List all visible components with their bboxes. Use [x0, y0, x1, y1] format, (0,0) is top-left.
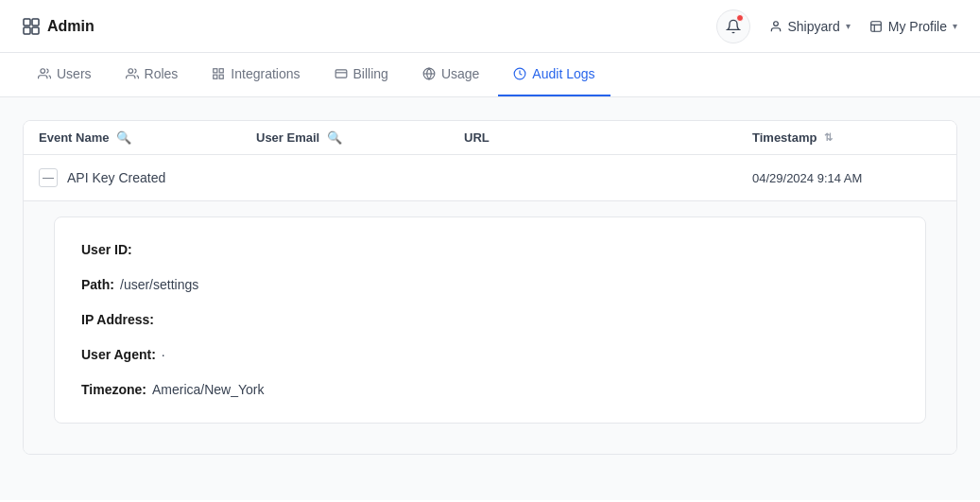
event-name-value: API Key Created — [67, 170, 165, 185]
detail-card: User ID: Path: /user/settings IP Address… — [54, 216, 926, 424]
detail-user-id-row: User ID: — [81, 240, 899, 260]
main-content: Event Name 🔍 User Email 🔍 URL Timestamp … — [0, 97, 980, 500]
svg-rect-0 — [24, 19, 30, 26]
tab-roles[interactable]: Roles — [111, 53, 194, 96]
audit-logs-nav-icon — [513, 67, 526, 80]
shipyard-menu[interactable]: Shipyard ▾ — [769, 19, 851, 34]
svg-rect-10 — [214, 69, 217, 73]
col-event-name-label: Event Name — [39, 130, 109, 145]
tab-users[interactable]: Users — [23, 53, 107, 96]
row-expand-icon[interactable]: — — [39, 168, 58, 187]
header: Admin Shipyard ▾ My Profile ▾ — [0, 0, 980, 53]
col-event-name: Event Name 🔍 — [39, 130, 256, 145]
shipyard-label: Shipyard — [788, 19, 840, 34]
integrations-nav-icon — [212, 67, 225, 80]
tab-billing-label: Billing — [353, 66, 388, 81]
svg-point-4 — [773, 21, 778, 26]
nav-tabs: Users Roles Integrations Billing Usage A… — [0, 53, 980, 97]
timestamp-value: 04/29/2024 9:14 AM — [752, 171, 862, 185]
svg-point-8 — [41, 69, 45, 74]
profile-menu[interactable]: My Profile ▾ — [869, 19, 957, 34]
tab-users-label: Users — [57, 66, 92, 81]
timestamp-sort-icon[interactable]: ⇅ — [824, 131, 833, 144]
table-header: Event Name 🔍 User Email 🔍 URL Timestamp … — [24, 121, 956, 155]
tab-integrations[interactable]: Integrations — [197, 53, 315, 96]
notification-dot — [736, 14, 744, 22]
detail-agent-label: User Agent: — [81, 345, 156, 365]
detail-user-id-label: User ID: — [81, 240, 132, 260]
profile-chevron: ▾ — [953, 21, 957, 31]
shipyard-chevron: ▾ — [846, 21, 851, 31]
profile-label: My Profile — [888, 19, 947, 34]
detail-agent-value: · — [162, 345, 165, 365]
svg-rect-11 — [220, 69, 224, 73]
event-name-cell: — API Key Created — [39, 168, 256, 187]
svg-rect-2 — [24, 27, 30, 34]
detail-path-value: /user/settings — [120, 275, 198, 295]
detail-path-row: Path: /user/settings — [81, 275, 899, 295]
profile-icon — [869, 20, 883, 33]
app-title: Admin — [47, 18, 95, 35]
billing-nav-icon — [335, 67, 348, 80]
expanded-detail-area: User ID: Path: /user/settings IP Address… — [24, 201, 956, 454]
svg-rect-1 — [32, 19, 39, 26]
tab-usage-label: Usage — [441, 66, 479, 81]
tab-audit-logs[interactable]: Audit Logs — [498, 53, 610, 96]
col-url-label: URL — [464, 130, 490, 145]
user-email-search-icon[interactable]: 🔍 — [327, 130, 342, 145]
tab-roles-label: Roles — [145, 66, 179, 81]
tab-audit-logs-label: Audit Logs — [532, 66, 594, 81]
svg-rect-3 — [32, 27, 39, 34]
svg-rect-14 — [335, 70, 347, 78]
detail-ip-row: IP Address: — [81, 310, 899, 330]
detail-timezone-row: Timezone: America/New_York — [81, 380, 899, 400]
detail-ip-label: IP Address: — [81, 310, 154, 330]
header-right: Shipyard ▾ My Profile ▾ — [716, 9, 958, 43]
app-logo: Admin — [23, 18, 716, 35]
user-icon — [769, 20, 782, 33]
notification-button[interactable] — [716, 9, 750, 43]
admin-icon — [23, 18, 40, 35]
tab-usage[interactable]: Usage — [407, 53, 494, 96]
col-timestamp-label: Timestamp — [752, 130, 817, 145]
table-row[interactable]: — API Key Created 04/29/2024 9:14 AM — [24, 155, 956, 201]
detail-timezone-label: Timezone: — [81, 380, 146, 400]
users-nav-icon — [38, 67, 51, 80]
svg-rect-5 — [871, 21, 882, 31]
col-url: URL — [464, 130, 752, 145]
roles-nav-icon — [126, 67, 139, 80]
svg-rect-13 — [214, 75, 217, 78]
tab-billing[interactable]: Billing — [319, 53, 404, 96]
audit-logs-table: Event Name 🔍 User Email 🔍 URL Timestamp … — [23, 120, 957, 455]
detail-path-label: Path: — [81, 275, 114, 295]
col-user-email: User Email 🔍 — [256, 130, 464, 145]
col-user-email-label: User Email — [256, 130, 319, 145]
svg-rect-12 — [220, 75, 224, 78]
usage-nav-icon — [422, 67, 436, 80]
event-name-search-icon[interactable]: 🔍 — [116, 130, 131, 145]
detail-agent-row: User Agent: · — [81, 345, 899, 365]
timestamp-cell: 04/29/2024 9:14 AM — [752, 171, 941, 185]
detail-timezone-value: America/New_York — [152, 380, 265, 400]
tab-integrations-label: Integrations — [231, 66, 300, 81]
col-timestamp: Timestamp ⇅ — [752, 130, 941, 145]
svg-point-9 — [128, 69, 132, 74]
